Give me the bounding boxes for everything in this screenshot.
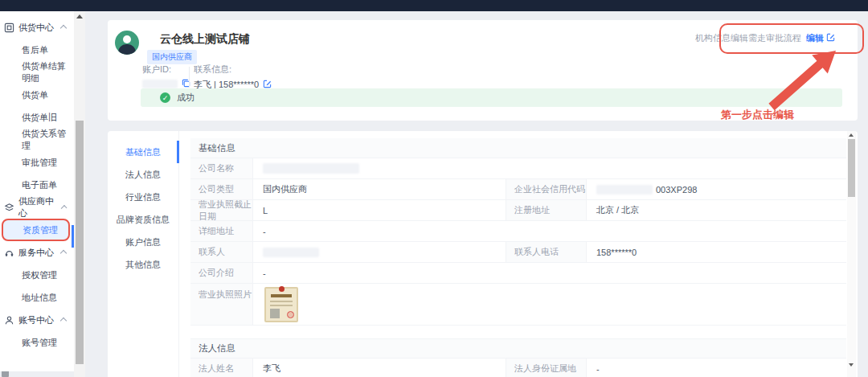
sidebar-item-supply-order[interactable]: 供货单 bbox=[0, 84, 74, 106]
edit-area: 机构信息编辑需走审批流程 编辑 bbox=[695, 32, 835, 44]
sidebar: 供货中心 售后单 供货单结算明细 供货单 供货单旧 供货关系管理 审批管理 电子… bbox=[0, 11, 74, 371]
contact-phone-label: 联系人电话 bbox=[506, 242, 587, 263]
tab-account-info[interactable]: 账户信息 bbox=[108, 231, 178, 253]
sidebar-section-account-center[interactable]: 账号中心 bbox=[0, 309, 74, 331]
chevron-up-icon bbox=[60, 205, 67, 211]
sidebar-item-approval[interactable]: 审批管理 bbox=[0, 151, 74, 174]
bottom-left-icon bbox=[2, 371, 9, 377]
redacted-value bbox=[596, 185, 653, 195]
sidebar-item-qualification[interactable]: 资质管理 bbox=[2, 219, 70, 241]
chevron-up-icon bbox=[60, 250, 67, 256]
tab-industry-info[interactable]: 行业信息 bbox=[108, 186, 178, 208]
sidebar-item-ewaybill[interactable]: 电子面单 bbox=[0, 174, 74, 196]
content-scrollbar[interactable] bbox=[847, 131, 856, 377]
detail-address-label: 详细地址 bbox=[190, 221, 253, 242]
edit-button[interactable]: 编辑 bbox=[806, 32, 835, 44]
sidebar-section-supply-center[interactable]: 供货中心 bbox=[0, 16, 74, 39]
license-seal bbox=[287, 311, 294, 318]
top-bar bbox=[0, 0, 868, 11]
sidebar-section-label: 供货中心 bbox=[18, 22, 54, 34]
tab-other-info[interactable]: 其他信息 bbox=[108, 253, 178, 276]
check-circle-icon: ✓ bbox=[160, 92, 170, 103]
company-intro-label: 公司介绍 bbox=[190, 263, 253, 284]
scrollbar-thumb[interactable] bbox=[76, 121, 84, 364]
business-license-thumbnail[interactable] bbox=[264, 287, 298, 322]
tab-legal-info[interactable]: 法人信息 bbox=[108, 163, 178, 186]
company-intro-value: - bbox=[253, 263, 846, 284]
detail-tabs: 基础信息 法人信息 行业信息 品牌资质信息 账户信息 其他信息 bbox=[108, 131, 179, 377]
grid-icon bbox=[4, 23, 14, 33]
layers-icon bbox=[4, 203, 14, 213]
sidebar-section-label: 服务中心 bbox=[18, 247, 54, 259]
basic-info-form: 基础信息 公司名称 公司类型 国内供应商 企业社会信用代码 003XP298 营… bbox=[190, 138, 846, 377]
status-text: 成功 bbox=[177, 92, 194, 104]
account-id-label: 账户ID: bbox=[142, 64, 190, 76]
redacted-value bbox=[263, 163, 359, 174]
store-header-card: 云仓线上测试店铺 国内供应商 账户ID: 联系信息: 李飞 | 158*****… bbox=[108, 20, 858, 121]
license-photo-label: 营业执照照片 bbox=[190, 284, 253, 326]
credit-code-value: 003XP298 bbox=[587, 179, 846, 200]
store-avatar bbox=[115, 31, 139, 55]
sidebar-item-supply-order-old[interactable]: 供货单旧 bbox=[0, 106, 74, 129]
main-content: 云仓线上测试店铺 国内供应商 账户ID: 联系信息: 李飞 | 158*****… bbox=[85, 11, 868, 377]
sidebar-item-account-management[interactable]: 账号管理 bbox=[0, 331, 74, 354]
detail-address-value: - bbox=[253, 221, 846, 242]
divider bbox=[189, 67, 190, 88]
license-expiry-label: 营业执照截止日期 bbox=[190, 200, 253, 221]
legal-id-region-value: - bbox=[587, 359, 846, 377]
contact-info-label: 联系信息: bbox=[194, 64, 272, 76]
account-id-block: 账户ID: bbox=[142, 64, 190, 89]
contact-info-block: 联系信息: 李飞 | 158******0 bbox=[194, 64, 272, 91]
scrollbar-thumb[interactable] bbox=[848, 139, 855, 197]
license-photo-cell bbox=[253, 284, 846, 326]
contact-person-value bbox=[253, 242, 506, 263]
sidebar-item-address-info[interactable]: 地址信息 bbox=[0, 286, 74, 309]
scroll-up-arrow-icon[interactable] bbox=[76, 14, 83, 18]
company-type-label: 公司类型 bbox=[190, 179, 253, 200]
credit-code-label: 企业社会信用代码 bbox=[506, 179, 587, 200]
license-emblem bbox=[279, 286, 285, 292]
status-bar: ✓ 成功 bbox=[141, 88, 842, 107]
store-name: 云仓线上测试店铺 bbox=[160, 32, 250, 47]
chevron-up-icon bbox=[60, 25, 67, 31]
sidebar-section-service-center[interactable]: 服务中心 bbox=[0, 241, 74, 264]
sidebar-section-label: 账号中心 bbox=[18, 314, 54, 326]
sidebar-item-after-sale[interactable]: 售后单 bbox=[0, 39, 74, 61]
sidebar-item-authorization[interactable]: 授权管理 bbox=[0, 264, 74, 286]
active-item-indicator bbox=[72, 225, 74, 248]
scroll-up-arrow-icon[interactable] bbox=[849, 133, 854, 137]
sidebar-item-supply-settlement[interactable]: 供货单结算明细 bbox=[0, 61, 74, 84]
contact-person-label: 联系人 bbox=[190, 242, 253, 263]
sidebar-scrollbar[interactable] bbox=[74, 11, 85, 377]
chevron-up-icon bbox=[60, 318, 67, 324]
registered-address-label: 注册地址 bbox=[506, 200, 587, 221]
annotation-step-text: 第一步点击编辑 bbox=[721, 108, 794, 122]
company-name-value bbox=[253, 158, 846, 179]
scroll-down-arrow-icon[interactable] bbox=[849, 363, 854, 367]
tab-basic-info[interactable]: 基础信息 bbox=[108, 141, 178, 163]
headset-icon bbox=[4, 248, 14, 258]
legal-name-value: 李飞 bbox=[253, 359, 506, 377]
company-type-value: 国内供应商 bbox=[253, 179, 506, 200]
supplier-type-badge: 国内供应商 bbox=[147, 50, 197, 64]
company-name-label: 公司名称 bbox=[190, 158, 253, 179]
license-qr bbox=[270, 309, 280, 318]
user-icon bbox=[4, 315, 14, 326]
redacted-value bbox=[142, 80, 178, 88]
license-expiry-value: L bbox=[253, 200, 506, 221]
tab-brand-qualification[interactable]: 品牌资质信息 bbox=[108, 208, 178, 231]
sidebar-section-supplier-center[interactable]: 供应商中心 bbox=[0, 196, 74, 219]
redacted-value bbox=[263, 248, 319, 257]
sidebar-item-supply-relation[interactable]: 供货关系管理 bbox=[0, 129, 74, 151]
legal-id-region-label: 法人身份证属地 bbox=[506, 359, 587, 377]
section-title-basic: 基础信息 bbox=[190, 138, 846, 158]
edit-notice: 机构信息编辑需走审批流程 bbox=[695, 32, 801, 44]
contact-phone-value: 158******0 bbox=[587, 242, 846, 263]
section-title-legal: 法人信息 bbox=[190, 338, 846, 359]
sidebar-section-label: 供应商中心 bbox=[18, 195, 58, 219]
legal-name-label: 法人姓名 bbox=[190, 359, 253, 377]
qualification-detail-card: 基础信息 法人信息 行业信息 品牌资质信息 账户信息 其他信息 基础信息 公司名… bbox=[108, 131, 858, 377]
registered-address-value: 北京 / 北京 bbox=[587, 200, 846, 221]
edit-square-icon bbox=[826, 33, 835, 43]
